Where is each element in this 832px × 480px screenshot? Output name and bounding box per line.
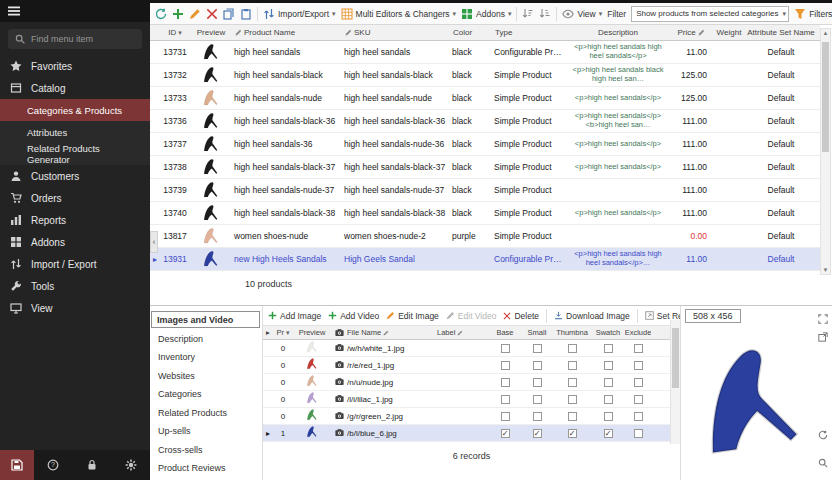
table-row[interactable]: 13817women shoes-nudewomen shoes-nude-2p… bbox=[150, 225, 820, 248]
lock-icon[interactable] bbox=[73, 459, 112, 471]
thumbnail-checkbox[interactable] bbox=[553, 377, 591, 386]
tab-product-reviews[interactable]: Product Reviews bbox=[150, 459, 262, 478]
table-row[interactable]: ▸13931new High Heels SandalsHigh Geels S… bbox=[150, 248, 820, 271]
tab-inventory[interactable]: Inventory bbox=[150, 348, 262, 367]
column-type[interactable]: Type bbox=[492, 28, 566, 37]
resize-dimensions-value[interactable]: 508 x 456 bbox=[685, 309, 741, 323]
column-id[interactable]: ID ▾ bbox=[160, 28, 190, 37]
base-checkbox[interactable] bbox=[489, 360, 521, 369]
hamburger-menu-icon[interactable] bbox=[8, 5, 20, 17]
sidebar-search-input[interactable]: Find menu item bbox=[8, 29, 142, 49]
thumbnail-checkbox[interactable] bbox=[553, 360, 591, 369]
sort-ascending-icon[interactable] bbox=[522, 8, 534, 20]
multi-editors-menu[interactable]: Multi Editors & Changers ▾ bbox=[341, 8, 457, 20]
add-image-button[interactable]: Add Image bbox=[268, 311, 321, 321]
column-price[interactable]: Price bbox=[670, 28, 712, 37]
filters-menu[interactable]: Filters ▾ bbox=[794, 8, 832, 20]
small-checkbox[interactable] bbox=[521, 343, 553, 352]
small-checkbox[interactable] bbox=[521, 377, 553, 386]
thumbnail-checkbox[interactable] bbox=[553, 394, 591, 403]
exclude-checkbox[interactable] bbox=[625, 394, 651, 403]
tab-cross-sells[interactable]: Cross-sells bbox=[150, 441, 262, 460]
column-image-preview[interactable]: Preview bbox=[293, 328, 331, 337]
paste-button[interactable] bbox=[240, 8, 252, 20]
column-weight[interactable]: Weight bbox=[712, 28, 746, 37]
sort-descending-icon[interactable] bbox=[539, 8, 551, 20]
category-filter-select[interactable]: Show products from selected categories ▾ bbox=[631, 6, 789, 22]
swatch-checkbox[interactable] bbox=[591, 377, 625, 386]
copy-button[interactable] bbox=[223, 8, 235, 20]
table-row[interactable]: 13738high heel sandals-black-37high heel… bbox=[150, 156, 820, 179]
exclude-checkbox[interactable] bbox=[625, 343, 651, 352]
tab-related-products[interactable]: Related Products bbox=[150, 404, 262, 423]
grid-vertical-scrollbar[interactable]: ▲ ▼ bbox=[820, 28, 831, 275]
table-row[interactable]: 13736high heel sandals-black-36high heel… bbox=[150, 110, 820, 133]
open-external-icon[interactable] bbox=[818, 328, 828, 346]
small-checkbox[interactable]: ✓ bbox=[521, 428, 553, 437]
column-swatch[interactable]: Swatch bbox=[591, 328, 625, 337]
view-menu[interactable]: View ▾ bbox=[562, 8, 602, 20]
column-attribute-set[interactable]: Attribute Set Name bbox=[746, 28, 816, 37]
column-sku[interactable]: SKU bbox=[342, 28, 450, 37]
swatch-checkbox[interactable] bbox=[591, 394, 625, 403]
settings-gear-icon[interactable] bbox=[111, 459, 150, 471]
column-description[interactable]: Description bbox=[566, 28, 670, 37]
small-checkbox[interactable] bbox=[521, 394, 553, 403]
table-row[interactable]: 13739high heel sandals-nude-37high heel … bbox=[150, 179, 820, 202]
table-row[interactable]: 13731high heel sandalshigh heel sandalsb… bbox=[150, 41, 820, 64]
sidebar-item-import-export[interactable]: Import / Export bbox=[0, 253, 150, 275]
sidebar-item-catalog[interactable]: Catalog bbox=[0, 77, 150, 99]
exclude-checkbox[interactable] bbox=[625, 360, 651, 369]
column-exclude[interactable]: Exclude bbox=[625, 328, 651, 337]
sidebar-item-view[interactable]: View bbox=[0, 297, 150, 319]
column-file-name[interactable]: File Name bbox=[347, 328, 437, 337]
column-pr[interactable]: Pr ▾ bbox=[273, 328, 293, 337]
camera-column-icon[interactable] bbox=[331, 328, 347, 337]
column-color[interactable]: Color bbox=[450, 28, 492, 37]
image-row[interactable]: 0/n/u/nude.jpg bbox=[263, 374, 680, 391]
expand-icon[interactable] bbox=[818, 310, 828, 328]
table-row[interactable]: 13733high heel sandals-nudehigh heel san… bbox=[150, 87, 820, 110]
swatch-checkbox[interactable] bbox=[591, 411, 625, 420]
sidebar-item-reports[interactable]: Reports bbox=[0, 209, 150, 231]
thumbnail-checkbox[interactable] bbox=[553, 343, 591, 352]
image-row[interactable]: 0/l/i/lilac_1.jpg bbox=[263, 391, 680, 408]
sidebar-item-customers[interactable]: Customers bbox=[0, 165, 150, 187]
save-icon[interactable] bbox=[0, 450, 34, 480]
sidebar-item-orders[interactable]: Orders bbox=[0, 187, 150, 209]
image-row[interactable]: ▸1/b/l/blue_6.jpg✓✓✓✓ bbox=[263, 425, 680, 442]
small-checkbox[interactable] bbox=[521, 411, 553, 420]
table-row[interactable]: 13737high heel sandals-36high heel sanda… bbox=[150, 133, 820, 156]
scroll-up-icon[interactable]: ▲ bbox=[821, 30, 830, 36]
sidebar-item-related-products-generator[interactable]: Related Products Generator bbox=[0, 143, 150, 165]
tab-description[interactable]: Description bbox=[150, 330, 262, 349]
tab-images-and-video[interactable]: Images and Video bbox=[151, 311, 260, 328]
sidebar-item-addons[interactable]: Addons bbox=[0, 231, 150, 253]
addons-menu[interactable]: Addons ▾ bbox=[461, 8, 511, 20]
delete-image-button[interactable]: Delete bbox=[503, 311, 539, 321]
scrollbar-thumb[interactable] bbox=[822, 42, 829, 152]
small-checkbox[interactable] bbox=[521, 360, 553, 369]
edit-video-button[interactable]: Edit Video bbox=[446, 311, 497, 321]
add-video-button[interactable]: Add Video bbox=[328, 311, 379, 321]
import-export-menu[interactable]: Import/Export ▾ bbox=[263, 8, 336, 20]
exclude-checkbox[interactable] bbox=[625, 428, 651, 437]
tab-websites[interactable]: Websites bbox=[150, 367, 262, 386]
base-checkbox[interactable] bbox=[489, 394, 521, 403]
add-product-button[interactable] bbox=[172, 8, 184, 20]
column-thumbnail[interactable]: Thumbna bbox=[553, 328, 591, 337]
edit-image-button[interactable]: Edit Image bbox=[386, 311, 439, 321]
sidebar-item-favorites[interactable]: Favorites bbox=[0, 55, 150, 77]
exclude-checkbox[interactable] bbox=[625, 411, 651, 420]
base-checkbox[interactable] bbox=[489, 343, 521, 352]
column-preview[interactable]: Preview bbox=[190, 28, 232, 37]
column-base[interactable]: Base bbox=[489, 328, 521, 337]
delete-product-button[interactable] bbox=[206, 8, 218, 20]
thumbnail-checkbox[interactable] bbox=[553, 411, 591, 420]
help-icon[interactable]: ? bbox=[34, 459, 73, 471]
swatch-checkbox[interactable] bbox=[591, 343, 625, 352]
image-row[interactable]: 0/r/e/red_1.jpg bbox=[263, 357, 680, 374]
swatch-checkbox[interactable] bbox=[591, 360, 625, 369]
tab-up-sells[interactable]: Up-sells bbox=[150, 422, 262, 441]
sidebar-item-categories-products[interactable]: Categories & Products bbox=[0, 99, 150, 121]
